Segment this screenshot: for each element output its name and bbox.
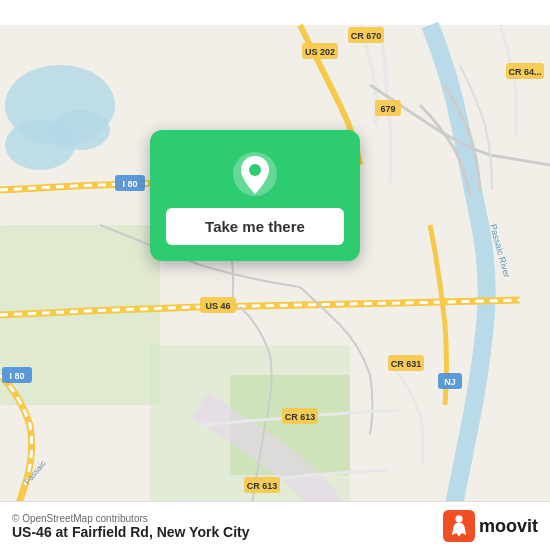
- moovit-brand-text: moovit: [479, 516, 538, 537]
- svg-text:CR 631: CR 631: [391, 359, 422, 369]
- bottom-info: © OpenStreetMap contributors US-46 at Fa…: [12, 513, 250, 540]
- map-attribution: © OpenStreetMap contributors: [12, 513, 250, 524]
- moovit-icon: [443, 510, 475, 542]
- moovit-logo: moovit: [443, 510, 538, 542]
- svg-text:679: 679: [380, 104, 395, 114]
- svg-text:CR 613: CR 613: [247, 481, 278, 491]
- map-container: Passaic River: [0, 0, 550, 550]
- location-pin-icon: [231, 150, 279, 198]
- svg-text:CR 64...: CR 64...: [508, 67, 541, 77]
- map-background: Passaic River: [0, 0, 550, 550]
- svg-text:I 80: I 80: [9, 371, 24, 381]
- svg-text:NJ: NJ: [444, 377, 456, 387]
- svg-point-32: [249, 164, 261, 176]
- svg-text:CR 670: CR 670: [351, 31, 382, 41]
- svg-text:CR 613: CR 613: [285, 412, 316, 422]
- location-title: US-46 at Fairfield Rd, New York City: [12, 524, 250, 540]
- take-me-there-button[interactable]: Take me there: [166, 208, 344, 245]
- svg-point-3: [50, 110, 110, 150]
- svg-point-34: [455, 515, 462, 522]
- svg-text:I 80: I 80: [122, 179, 137, 189]
- bottom-bar: © OpenStreetMap contributors US-46 at Fa…: [0, 501, 550, 550]
- popup-card: Take me there: [150, 130, 360, 261]
- svg-text:US 46: US 46: [205, 301, 230, 311]
- svg-text:US 202: US 202: [305, 47, 335, 57]
